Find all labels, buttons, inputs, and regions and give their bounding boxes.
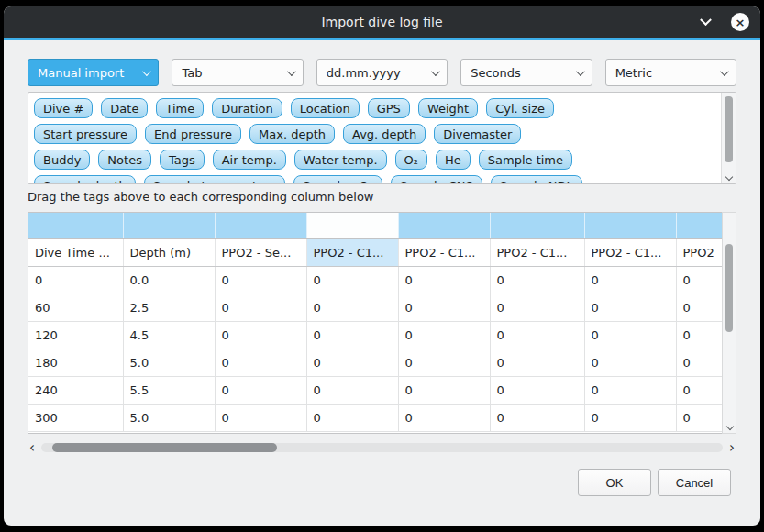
column-header: Dive Time ... <box>28 238 123 266</box>
table-cell: 0 <box>398 349 490 376</box>
chevron-down-icon <box>576 67 585 76</box>
table-cell: 5.5 <box>123 376 215 404</box>
table-cell: 0 <box>490 321 584 349</box>
column-drop-target[interactable] <box>676 213 723 238</box>
table-cell: 0 <box>306 266 398 294</box>
column-header: PPO2 - C1... <box>306 238 398 266</box>
tag-avg-depth[interactable]: Avg. depth <box>343 124 426 144</box>
table-cell: 0 <box>676 294 723 321</box>
tag-row: BuddyNotesTagsAir temp.Water temp.O₂HeSa… <box>34 150 714 170</box>
column-drop-target[interactable] <box>306 213 398 238</box>
units-select[interactable]: Metric <box>605 59 736 86</box>
tag-weight[interactable]: Weight <box>418 98 478 118</box>
tag-gps[interactable]: GPS <box>368 98 410 118</box>
column-header: Depth (m) <box>123 238 215 266</box>
date-format-select[interactable]: dd.mm.yyyy <box>316 59 448 86</box>
tag-he[interactable]: He <box>436 150 471 170</box>
tag-notes[interactable]: Notes <box>98 150 151 170</box>
column-drop-target[interactable] <box>215 213 306 238</box>
table-cell: 2.5 <box>123 294 215 321</box>
tag-divemaster[interactable]: Divemaster <box>434 124 521 144</box>
table-cell: 0 <box>306 376 398 404</box>
table-cell: 0 <box>215 376 306 404</box>
scrollbar-thumb[interactable] <box>725 244 733 332</box>
field-separator-select[interactable]: Tab <box>172 59 303 86</box>
window-title: Import dive log file <box>321 15 442 29</box>
table-cell: 0 <box>398 376 490 404</box>
scrollbar-track[interactable] <box>41 443 723 452</box>
column-drop-target[interactable] <box>398 213 490 238</box>
scrollbar-thumb[interactable] <box>52 443 277 452</box>
tag-water-temp[interactable]: Water temp. <box>294 150 387 170</box>
duration-format-select[interactable]: Seconds <box>460 59 592 86</box>
tag-time[interactable]: Time <box>156 98 204 118</box>
table-cell: 4.5 <box>123 321 215 349</box>
tag-dive[interactable]: Dive # <box>34 98 93 118</box>
shade-button[interactable] <box>696 13 714 31</box>
column-drop-target[interactable] <box>490 213 584 238</box>
table-cell: 0 <box>584 404 676 431</box>
tag-pool-scrollbar[interactable] <box>721 93 736 183</box>
tag-sample-temperature[interactable]: Sample temperature <box>144 175 286 184</box>
tag-sample-po[interactable]: Sample pO₂ <box>293 175 382 184</box>
import-dialog-window: Import dive log file × Manual import Tab… <box>4 6 760 526</box>
scroll-down-icon[interactable] <box>726 423 734 430</box>
table-cell: 5.0 <box>123 404 215 431</box>
date-format-value: dd.mm.yyyy <box>327 66 401 80</box>
options-toolbar: Manual import Tab dd.mm.yyyy Seconds Met… <box>28 59 736 86</box>
chevron-down-icon <box>287 67 296 76</box>
tag-air-temp[interactable]: Air temp. <box>213 150 286 170</box>
tag-row: Dive #DateTimeDurationLocationGPSWeightC… <box>34 98 714 118</box>
titlebar[interactable]: Import dive log file × <box>4 6 760 38</box>
table-cell: 0 <box>215 266 306 294</box>
drop-target-row <box>28 213 723 238</box>
tag-pool: Dive #DateTimeDurationLocationGPSWeightC… <box>28 92 736 184</box>
table-cell: 0 <box>490 404 584 431</box>
cancel-button[interactable]: Cancel <box>658 469 731 496</box>
import-mode-select[interactable]: Manual import <box>28 59 159 86</box>
tag-o[interactable]: O₂ <box>395 150 427 170</box>
column-header: PPO2 - C1... <box>490 238 584 266</box>
tag-sample-depth[interactable]: Sample depth <box>34 175 136 184</box>
scroll-right-icon[interactable]: › <box>727 441 736 454</box>
units-value: Metric <box>615 66 652 80</box>
ok-button[interactable]: OK <box>578 469 651 496</box>
tag-buddy[interactable]: Buddy <box>34 150 90 170</box>
table-cell: 0 <box>398 294 490 321</box>
tag-start-pressure[interactable]: Start pressure <box>34 124 137 144</box>
table-cell: 240 <box>28 376 123 404</box>
scroll-left-icon[interactable]: ‹ <box>28 441 37 454</box>
tag-sample-cns[interactable]: Sample CNS <box>391 175 482 184</box>
tag-end-pressure[interactable]: End pressure <box>145 124 241 144</box>
tag-location[interactable]: Location <box>291 98 360 118</box>
table-cell: 300 <box>28 404 123 431</box>
table-horizontal-scrollbar: ‹ › <box>28 441 736 454</box>
table-vertical-scrollbar[interactable] <box>722 212 736 434</box>
table-cell: 120 <box>28 321 123 349</box>
tag-cyl-size[interactable]: Cyl. size <box>486 98 554 118</box>
tag-sample-time[interactable]: Sample time <box>479 150 572 170</box>
table-cell: 0 <box>490 266 584 294</box>
column-header-row: Dive Time ...Depth (m)PPO2 - Se...PPO2 -… <box>28 238 723 266</box>
table-cell: 0 <box>490 349 584 376</box>
close-button[interactable]: × <box>731 13 749 31</box>
table-body: 00.0000000602.50000001204.50000001805.00… <box>28 266 723 431</box>
tag-max-depth[interactable]: Max. depth <box>249 124 335 144</box>
duration-format-value: Seconds <box>471 66 521 80</box>
table-cell: 0 <box>215 294 306 321</box>
table-cell: 0 <box>676 321 723 349</box>
tag-sample-ndl[interactable]: Sample NDL <box>491 175 582 184</box>
column-drop-target[interactable] <box>584 213 676 238</box>
column-drop-target[interactable] <box>123 213 215 238</box>
tag-tags[interactable]: Tags <box>160 150 205 170</box>
tag-rows: Dive #DateTimeDurationLocationGPSWeightC… <box>34 98 714 184</box>
table-cell: 0 <box>676 376 723 404</box>
column-drop-target[interactable] <box>28 213 123 238</box>
table-cell: 0 <box>676 266 723 294</box>
tag-date[interactable]: Date <box>101 98 148 118</box>
close-icon: × <box>736 17 746 28</box>
scroll-down-icon[interactable] <box>725 173 733 181</box>
table-cell: 0 <box>306 404 398 431</box>
tag-duration[interactable]: Duration <box>212 98 282 118</box>
scrollbar-thumb[interactable] <box>725 96 733 162</box>
